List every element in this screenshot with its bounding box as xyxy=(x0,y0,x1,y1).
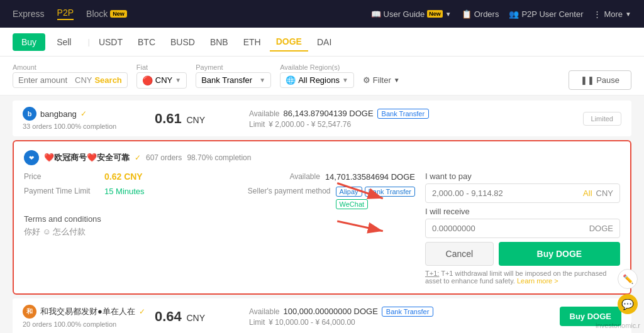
nav-logo-area: Express P2P Block New xyxy=(13,8,371,20)
available-label-1: Available xyxy=(249,109,279,118)
search-button[interactable]: Search xyxy=(94,75,121,85)
buy-tab[interactable]: Buy xyxy=(13,33,45,51)
tab-busd[interactable]: BUSD xyxy=(164,33,201,51)
nav-orders[interactable]: 📋 Orders xyxy=(462,9,499,19)
bottom-price-value: 0.64 xyxy=(155,308,182,324)
pencil-fab[interactable]: ✏️ xyxy=(618,269,638,289)
bottom-seller-info: 和 和我交易都发财●单在人在 ✓ 20 orders 100.00% compl… xyxy=(23,305,148,328)
terms-title: Terms and conditions xyxy=(24,214,415,224)
card-available-label: Available xyxy=(289,172,319,181)
new-badge: New xyxy=(427,10,443,18)
book-icon: 📖 xyxy=(371,9,381,19)
t1-text: T+1 withdrawal limit will be imposed on … xyxy=(425,270,606,285)
bottom-payment-tag: Bank Transfer xyxy=(382,307,433,317)
price-label: Price xyxy=(24,172,99,181)
listing-row-1: b bangbang ✓ 33 orders 100.00% completio… xyxy=(13,101,631,136)
card-available-amount: 14,701.33584694 DOGE xyxy=(325,172,415,182)
pause-button[interactable]: ❚❚ Pause xyxy=(569,70,631,90)
limit-label-1: Limit xyxy=(249,120,265,129)
tab-btc[interactable]: BTC xyxy=(131,33,162,51)
seller-payment-label: Seller's payment method xyxy=(248,187,331,195)
card-stats: 607 orders xyxy=(146,153,182,162)
nav-block[interactable]: Block New xyxy=(86,9,127,19)
amount-filter: Amount CNY Search xyxy=(13,63,128,88)
bottom-limit-range: ¥ 10,000.00 - ¥ 64,000.00 xyxy=(269,318,355,327)
payment-tag-1: Bank Transfer xyxy=(377,109,429,119)
bottom-seller-name[interactable]: 和我交易都发财●单在人在 xyxy=(40,306,135,317)
card-completion: 98.70% completion xyxy=(187,153,251,162)
pm-wechat: WeChat xyxy=(336,199,369,209)
tab-dai[interactable]: DAI xyxy=(311,33,338,51)
all-link[interactable]: All xyxy=(583,188,592,198)
payment-label: Payment xyxy=(196,63,271,71)
card-action-buttons: Cancel Buy DOGE xyxy=(425,242,620,266)
learn-more-link[interactable]: Learn more > xyxy=(517,277,558,285)
price-currency-1: CNY xyxy=(186,115,205,125)
bottom-available-amount: 100,000.00000000 DOGE xyxy=(283,307,377,316)
receive-input[interactable] xyxy=(432,224,589,233)
fiat-filter: Fiat 🔴 CNY ▼ xyxy=(136,63,187,89)
listing-1-price: 0.61 CNY xyxy=(148,111,249,127)
listing-1-seller: b bangbang ✓ 33 orders 100.00% completio… xyxy=(23,107,148,130)
tab-usdt[interactable]: USDT xyxy=(92,33,129,51)
orders-icon: 📋 xyxy=(462,9,472,19)
nav-express[interactable]: Express xyxy=(13,9,45,19)
filter-icon: ⚙ xyxy=(363,75,370,85)
chat-icon: 💬 xyxy=(621,298,634,310)
nav-p2p-user-center[interactable]: 👥 P2P User Center xyxy=(509,9,583,19)
bottom-available-label: Available xyxy=(249,307,279,316)
amount-input[interactable] xyxy=(18,75,75,85)
bottom-available: Available 100,000.00000000 DOGE Bank Tra… xyxy=(249,307,560,327)
card-avatar: ❤ xyxy=(24,150,39,165)
region-value: All Regions xyxy=(298,75,340,85)
main-content: b bangbang ✓ 33 orders 100.00% completio… xyxy=(0,96,644,333)
payment-filter: Payment Bank Transfer ▼ xyxy=(196,63,271,88)
cancel-button[interactable]: Cancel xyxy=(425,242,494,266)
limit-range-1: ¥ 2,000.00 - ¥ 52,547.76 xyxy=(269,120,351,129)
fiat-value: CNY xyxy=(155,75,172,85)
chat-fab[interactable]: 💬 xyxy=(618,294,638,314)
pay-label: I want to pay xyxy=(425,172,620,181)
pm-bank: Bank Transfer xyxy=(365,187,415,197)
region-select[interactable]: 🌐 All Regions ▼ xyxy=(280,72,354,88)
payment-value: Bank Transfer xyxy=(201,75,252,85)
price-1: 0.61 xyxy=(155,111,182,126)
buy-doge-button[interactable]: Buy DOGE xyxy=(499,242,620,266)
nav-user-guide[interactable]: 📖 User Guide New ▼ xyxy=(371,9,452,19)
region-filter: Available Region(s) 🌐 All Regions ▼ xyxy=(280,63,354,88)
top-nav: Express P2P Block New 📖 User Guide New ▼… xyxy=(0,0,644,28)
cny-flag-icon: 🔴 xyxy=(142,75,153,85)
globe-icon: 🌐 xyxy=(286,75,296,85)
filter-toggle[interactable]: ⚙ Filter ▼ xyxy=(363,75,400,85)
limited-tag-1: Limited xyxy=(583,112,621,126)
verified-icon-1: ✓ xyxy=(80,109,87,118)
nav-p2p[interactable]: P2P xyxy=(57,8,74,20)
time-label: Payment Time Limit xyxy=(24,187,99,195)
payment-select[interactable]: Bank Transfer ▼ xyxy=(196,72,271,88)
pay-currency: CNY xyxy=(596,188,613,198)
bottom-verified-icon: ✓ xyxy=(139,307,145,316)
sell-tab[interactable]: Sell xyxy=(48,33,80,51)
payment-methods: Alipay Bank Transfer WeChat xyxy=(336,187,415,209)
tab-eth[interactable]: ETH xyxy=(237,33,267,51)
card-seller-name[interactable]: ❤️欧冠商号❤️安全可靠 xyxy=(44,152,130,163)
card-verified-icon: ✓ xyxy=(135,153,141,162)
fiat-dropdown-icon: ▼ xyxy=(175,77,181,84)
pm-alipay: Alipay xyxy=(336,187,362,197)
filter-row: Amount CNY Search Fiat 🔴 CNY ▼ Payment B… xyxy=(0,57,644,96)
tab-doge[interactable]: DOGE xyxy=(270,33,308,52)
t1-prefix: T+1: xyxy=(425,270,439,277)
receive-section: I will receive DOGE xyxy=(425,207,620,238)
bottom-seller-stats: 20 orders 100.00% completion xyxy=(23,320,148,328)
region-dropdown-icon: ▼ xyxy=(342,77,348,84)
seller-name-1[interactable]: bangbang xyxy=(40,109,77,119)
nav-more[interactable]: ⋮ More ▼ xyxy=(593,9,631,19)
pay-input[interactable] xyxy=(432,188,583,198)
fiat-select[interactable]: 🔴 CNY ▼ xyxy=(136,72,187,89)
available-amount-1: 86,143.87904139 DOGE xyxy=(283,109,373,118)
tab-bnb[interactable]: BNB xyxy=(204,33,235,51)
t1-notice: T+1: T+1 withdrawal limit will be impose… xyxy=(425,270,620,285)
expanded-card: ❤ ❤️欧冠商号❤️安全可靠 ✓ 607 orders 98.70% compl… xyxy=(13,140,631,295)
amount-label: Amount xyxy=(13,63,128,71)
listing-1-available: Available 86,143.87904139 DOGE Bank Tran… xyxy=(249,109,558,129)
